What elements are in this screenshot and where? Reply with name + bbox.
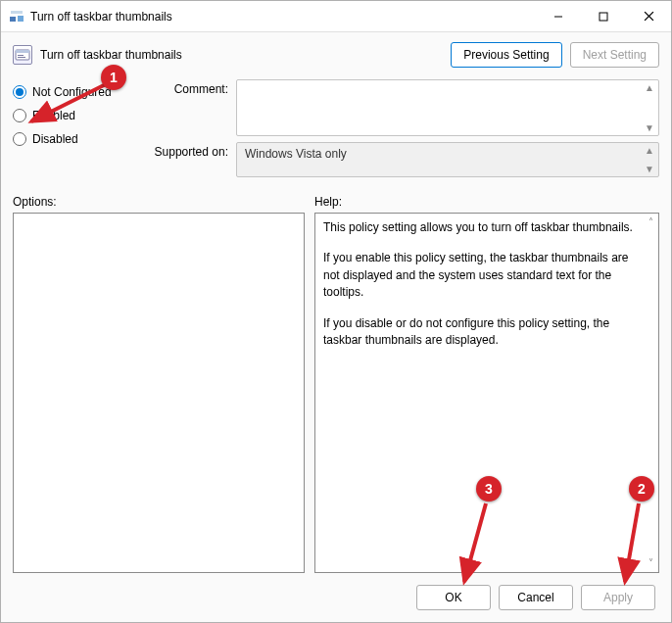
supported-value: Windows Vista only	[245, 147, 347, 161]
annotation-badge-3: 3	[476, 476, 502, 502]
radio-enabled[interactable]: Enabled	[13, 109, 140, 122]
svg-rect-2	[11, 11, 23, 14]
config-area: Not Configured Enabled Disabled Comment:…	[1, 72, 671, 181]
close-button[interactable]	[626, 1, 671, 32]
help-text: This policy setting allows you to turn o…	[323, 219, 641, 236]
svg-rect-0	[10, 17, 16, 22]
app-icon	[9, 9, 24, 24]
scroll-up-icon[interactable]: ▲	[643, 145, 656, 156]
svg-rect-1	[18, 16, 24, 22]
comment-input[interactable]: ▲ ▼	[236, 79, 659, 136]
annotation-badge-2: 2	[629, 476, 654, 502]
help-text: If you enable this policy setting, the t…	[323, 250, 641, 301]
options-label: Options:	[13, 195, 305, 209]
dialog-buttons: OK Cancel Apply	[1, 581, 671, 622]
radio-label: Enabled	[32, 109, 75, 122]
scroll-down-icon[interactable]: ▼	[643, 122, 656, 133]
gpo-dialog: Turn off taskbar thumbnails Turn off tas…	[0, 0, 672, 623]
help-pane: This policy setting allows you to turn o…	[314, 213, 659, 573]
maximize-button[interactable]	[581, 1, 626, 32]
nav-buttons: Previous Setting Next Setting	[451, 42, 659, 68]
supported-display: Windows Vista only ▲ ▼	[236, 142, 659, 177]
scroll-down-icon[interactable]: ˅	[648, 556, 653, 571]
help-scrollbar[interactable]: ˄ ˅	[643, 214, 658, 572]
svg-rect-9	[18, 55, 24, 56]
comment-row: Comment: ▲ ▼	[146, 79, 659, 136]
radio-label: Not Configured	[32, 85, 112, 99]
scroll-up-icon[interactable]: ▲	[643, 82, 656, 93]
section-labels: Options: Help:	[1, 181, 671, 213]
cancel-button[interactable]: Cancel	[499, 585, 573, 610]
help-label: Help:	[314, 195, 659, 209]
radio-icon	[13, 132, 26, 146]
supported-label: Supported on:	[146, 142, 228, 159]
annotation-badge-1: 1	[101, 65, 126, 90]
titlebar: Turn off taskbar thumbnails	[1, 1, 671, 32]
minimize-button[interactable]	[536, 1, 581, 32]
scroll-up-icon[interactable]: ˄	[648, 216, 653, 230]
svg-rect-10	[18, 57, 25, 58]
fields-column: Comment: ▲ ▼ Supported on: Windows Vista…	[146, 79, 659, 177]
supported-row: Supported on: Windows Vista only ▲ ▼	[146, 142, 659, 177]
ok-button[interactable]: OK	[416, 585, 491, 610]
scroll-down-icon[interactable]: ▼	[643, 164, 656, 174]
comment-label: Comment:	[146, 79, 228, 96]
radio-icon	[13, 85, 26, 99]
options-pane	[13, 213, 305, 573]
window-controls	[536, 1, 671, 32]
help-text: If you disable or do not configure this …	[323, 315, 641, 350]
content-panes: This policy setting allows you to turn o…	[1, 213, 671, 581]
header-row: Turn off taskbar thumbnails Previous Set…	[1, 32, 671, 72]
radio-label: Disabled	[32, 132, 78, 146]
header-title: Turn off taskbar thumbnails	[40, 48, 182, 62]
apply-button[interactable]: Apply	[581, 585, 655, 610]
next-setting-button[interactable]: Next Setting	[570, 42, 659, 68]
radio-disabled[interactable]: Disabled	[13, 132, 140, 146]
previous-setting-button[interactable]: Previous Setting	[451, 42, 561, 68]
radio-icon	[13, 109, 26, 122]
state-radio-group: Not Configured Enabled Disabled	[13, 79, 140, 177]
policy-icon	[13, 45, 32, 65]
svg-rect-4	[600, 13, 607, 21]
window-title: Turn off taskbar thumbnails	[30, 10, 172, 24]
svg-rect-8	[16, 50, 29, 53]
